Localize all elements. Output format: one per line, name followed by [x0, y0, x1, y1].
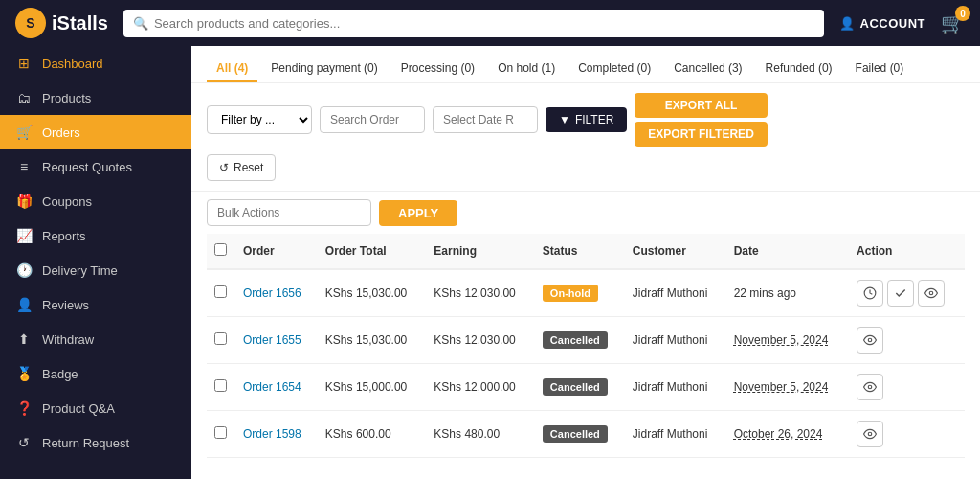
sidebar-item-product-qa[interactable]: ❓ Product Q&A	[0, 391, 191, 425]
tab-onhold[interactable]: On hold (1)	[488, 56, 565, 82]
tab-completed[interactable]: Completed (0)	[568, 56, 660, 82]
order-date-link[interactable]: October 26, 2024	[734, 427, 823, 441]
sidebar-item-reviews[interactable]: 👤 Reviews	[0, 287, 191, 322]
main-content: All (4) Pending payment (0) Processing (…	[191, 46, 980, 479]
sidebar-item-coupons[interactable]: 🎁 Coupons	[0, 184, 191, 218]
sidebar-label-product-qa: Product Q&A	[42, 401, 115, 416]
orders-toolbar: Filter by ... ▼ FILTER EXPORT ALL EXPORT…	[191, 83, 980, 192]
sidebar-label-orders: Orders	[42, 125, 80, 140]
row-checkbox-cell	[207, 269, 235, 317]
sidebar-item-return-request[interactable]: ↺ Return Request	[0, 425, 191, 460]
dashboard-icon: ⊞	[15, 56, 33, 71]
order-status: On-hold	[535, 269, 625, 317]
order-status: Cancelled	[535, 411, 625, 458]
eye-action-button[interactable]	[857, 374, 883, 400]
order-date-link[interactable]: November 5, 2024	[734, 333, 829, 347]
sidebar-item-products[interactable]: 🗂 Products	[0, 80, 191, 115]
sidebar-item-dashboard[interactable]: ⊞ Dashboard	[0, 46, 191, 80]
logo-icon: S	[15, 8, 46, 38]
row-3-checkbox[interactable]	[214, 426, 227, 439]
export-group: EXPORT ALL EXPORT FILTERED	[635, 93, 767, 147]
tab-pending[interactable]: Pending payment (0)	[261, 56, 387, 82]
filter-by-select[interactable]: Filter by ...	[207, 105, 312, 134]
export-filtered-button[interactable]: EXPORT FILTERED	[635, 122, 767, 147]
eye-action-button[interactable]	[857, 421, 883, 447]
table-row: Order 1598KShs 600.00KShs 480.00Cancelle…	[207, 411, 965, 458]
order-status: Cancelled	[535, 317, 625, 364]
order-earning: KShs 12,030.00	[426, 317, 535, 364]
row-0-checkbox[interactable]	[214, 285, 227, 298]
eye-action-button[interactable]	[857, 327, 883, 354]
clock-action-button[interactable]	[857, 280, 883, 307]
table-row: Order 1655KShs 15,030.00KShs 12,030.00Ca…	[207, 317, 965, 364]
tab-failed[interactable]: Failed (0)	[846, 56, 914, 82]
table-header-row: Order Order Total Earning Status Custome…	[207, 234, 965, 269]
sidebar-label-return-request: Return Request	[42, 436, 129, 450]
order-date-link[interactable]: November 5, 2024	[734, 380, 829, 394]
toolbar-row2: ↺ Reset	[207, 154, 965, 181]
svg-point-3	[868, 385, 872, 389]
product-qa-icon: ❓	[15, 400, 33, 416]
coupons-icon: 🎁	[15, 194, 33, 209]
search-input[interactable]	[123, 10, 824, 37]
row-checkbox-cell	[207, 317, 235, 364]
order-total: KShs 15,030.00	[318, 317, 427, 364]
col-status: Status	[535, 234, 625, 269]
sidebar-item-request-quotes[interactable]: ≡ Request Quotes	[0, 149, 191, 184]
status-badge: On-hold	[543, 285, 598, 302]
status-badge: Cancelled	[543, 425, 608, 443]
logo-text: iStalls	[52, 12, 108, 34]
order-number[interactable]: Order 1656	[235, 269, 318, 317]
order-customer: Jidraff Muthoni	[625, 269, 726, 317]
eye-action-button[interactable]	[918, 280, 945, 307]
tab-cancelled[interactable]: Cancelled (3)	[664, 56, 751, 82]
search-order-input[interactable]	[320, 106, 425, 133]
sidebar-label-coupons: Coupons	[42, 194, 92, 209]
row-2-checkbox[interactable]	[214, 379, 227, 392]
sidebar-item-badge[interactable]: 🏅 Badge	[0, 356, 191, 391]
export-all-button[interactable]: EXPORT ALL	[635, 93, 767, 118]
filter-button[interactable]: ▼ FILTER	[546, 107, 627, 132]
reset-button[interactable]: ↺ Reset	[207, 154, 276, 181]
col-date: Date	[726, 234, 849, 269]
svg-point-2	[868, 338, 872, 342]
date-range-input[interactable]	[433, 106, 538, 133]
tab-refunded[interactable]: Refunded (0)	[756, 56, 842, 82]
col-order: Order	[235, 234, 318, 269]
check-action-button[interactable]	[887, 280, 914, 307]
sidebar-item-reports[interactable]: 📈 Reports	[0, 218, 191, 253]
order-date: October 26, 2024	[726, 411, 849, 458]
sidebar-label-dashboard: Dashboard	[42, 57, 103, 71]
select-all-checkbox[interactable]	[214, 243, 227, 256]
order-date: November 5, 2024	[726, 317, 849, 364]
apply-button[interactable]: APPLY	[379, 200, 457, 226]
svg-point-4	[868, 432, 872, 436]
withdraw-icon: ⬆	[15, 331, 33, 347]
order-number[interactable]: Order 1655	[235, 317, 318, 364]
order-actions	[849, 269, 965, 317]
order-actions	[849, 317, 965, 364]
reset-label: Reset	[234, 161, 263, 174]
order-number[interactable]: Order 1598	[235, 411, 318, 458]
col-earning: Earning	[426, 234, 535, 269]
tab-processing[interactable]: Processing (0)	[391, 56, 484, 82]
reset-icon: ↺	[219, 161, 229, 174]
account-link[interactable]: 👤 ACCOUNT	[839, 16, 925, 31]
bulk-actions-input[interactable]	[207, 199, 371, 226]
order-number[interactable]: Order 1654	[235, 364, 318, 411]
header-right: 👤 ACCOUNT 🛒 0	[839, 11, 965, 34]
order-earning: KShs 12,030.00	[426, 269, 535, 317]
sidebar-item-withdraw[interactable]: ⬆ Withdraw	[0, 322, 191, 356]
order-customer: Jidraff Muthoni	[625, 364, 726, 411]
row-checkbox-cell	[207, 411, 235, 458]
tab-all[interactable]: All (4)	[207, 56, 257, 82]
account-label: ACCOUNT	[860, 16, 926, 31]
sidebar-item-delivery-time[interactable]: 🕐 Delivery Time	[0, 253, 191, 287]
filter-icon: ▼	[559, 113, 570, 126]
order-earning: KShs 480.00	[426, 411, 535, 458]
sidebar-item-orders[interactable]: 🛒 Orders	[0, 115, 191, 149]
badge-icon: 🏅	[15, 366, 33, 381]
row-1-checkbox[interactable]	[214, 332, 227, 345]
app-header: S iStalls 🔍 👤 ACCOUNT 🛒 0	[0, 0, 980, 46]
cart-button[interactable]: 🛒 0	[941, 11, 965, 34]
